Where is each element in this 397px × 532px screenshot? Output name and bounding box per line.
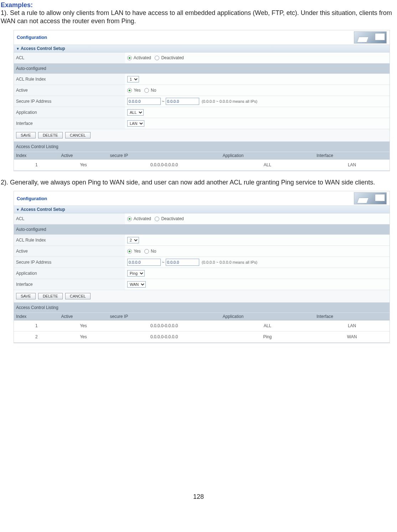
no-label: No [151,249,156,254]
rule-index-label: ACL Rule Index [14,235,125,246]
interface-select[interactable]: WAN [127,281,146,288]
no-label: No [151,88,156,93]
example-1-text: 1). Set a rule to allow only clients fro… [0,9,397,30]
config-panel-2: Configuration ▼Access Control Setup ACL … [14,191,390,343]
active-no-radio[interactable] [144,88,149,93]
header-illustration [354,31,387,44]
activated-label: Activated [134,55,151,60]
col-active: Active [59,313,108,320]
ip-hint: (0.0.0.0 ~ 0.0.0.0 means all IPs) [202,260,257,264]
active-yes-radio[interactable] [127,249,132,254]
deactivated-label: Deactivated [161,55,184,60]
application-label: Application [14,107,125,118]
delete-button[interactable]: DELETE [38,293,63,299]
active-no-radio[interactable] [144,249,149,254]
col-application: Application [221,152,315,159]
panel-header: Configuration [14,191,390,206]
acl-deactivated-radio[interactable] [155,217,159,221]
cancel-button[interactable]: CANCEL [65,293,91,299]
listing-title: Access Control Listing [14,141,390,152]
delete-button[interactable]: DELETE [38,132,63,138]
section-title: Access Control Setup [21,46,65,51]
auto-configured-bar: Auto-configured [14,63,390,74]
col-interface: Interface [314,152,390,159]
yes-label: Yes [134,249,141,254]
interface-label: Interface [14,118,125,129]
col-index: Index [14,313,59,320]
acl-activated-radio[interactable] [127,56,132,60]
ip-to-input[interactable] [166,259,199,266]
activated-label: Activated [134,216,151,221]
col-application: Application [221,313,315,320]
ip-hint: (0.0.0.0 ~ 0.0.0.0 means all IPs) [202,99,257,103]
rule-index-select[interactable]: 1 [127,76,139,82]
yes-label: Yes [134,88,141,93]
acl-value: Activated Deactivated [125,52,390,64]
cancel-button[interactable]: CANCEL [65,132,91,138]
section-caret-icon: ▼ [16,208,20,212]
config-panel-1: Configuration ▼Access Control Setup ACL … [14,30,390,171]
ip-to-input[interactable] [166,98,199,105]
application-label: Application [14,268,125,279]
interface-label: Interface [14,279,125,290]
col-index: Index [14,152,59,159]
example-2-text: 2). Generally, we always open Ping to WA… [0,178,397,191]
table-row: 1 Yes 0.0.0.0-0.0.0.0 ALL LAN [14,159,390,170]
active-label: Active [14,246,125,257]
ip-from-input[interactable] [127,259,161,266]
save-button[interactable]: SAVE [16,132,36,138]
panel-title: Configuration [17,35,47,40]
access-control-setup-bar: ▼Access Control Setup [14,206,390,213]
application-select[interactable]: ALL [127,109,144,116]
auto-configured-bar: Auto-configured [14,224,390,235]
table-row: 2 Yes 0.0.0.0-0.0.0.0 Ping WAN [14,331,390,343]
col-secure-ip: secure IP [108,313,220,320]
col-active: Active [59,152,108,159]
active-label: Active [14,85,125,96]
ip-tilde: ~ [162,99,164,104]
col-interface: Interface [314,313,390,320]
examples-heading: Examples: [0,0,397,9]
page-number: 128 [0,493,397,501]
panel-header: Configuration [14,30,390,45]
header-illustration [354,192,387,204]
rule-index-label: ACL Rule Index [14,74,125,85]
secure-ip-label: Secure IP Address [14,96,125,107]
table-row: 1 Yes 0.0.0.0-0.0.0.0 ALL LAN [14,320,390,331]
ip-from-input[interactable] [127,98,161,105]
interface-select[interactable]: LAN [127,120,144,127]
deactivated-label: Deactivated [161,216,184,221]
section-caret-icon: ▼ [16,47,20,51]
listing-table-1: Index Active secure IP Application Inter… [14,152,390,171]
access-control-setup-bar: ▼Access Control Setup [14,45,390,52]
ip-tilde: ~ [162,260,164,265]
application-select[interactable]: Ping [127,270,145,277]
col-secure-ip: secure IP [108,152,220,159]
rule-index-select[interactable]: 2 [127,237,139,243]
listing-table-2: Index Active secure IP Application Inter… [14,313,390,343]
acl-deactivated-radio[interactable] [155,56,159,60]
secure-ip-label: Secure IP Address [14,257,125,268]
save-button[interactable]: SAVE [16,293,36,299]
acl-label: ACL [14,52,125,64]
section-title: Access Control Setup [21,207,65,212]
active-yes-radio[interactable] [127,88,132,93]
acl-label: ACL [14,213,125,224]
listing-title: Access Control Listing [14,303,390,313]
panel-title: Configuration [17,196,47,201]
acl-activated-radio[interactable] [127,217,132,221]
